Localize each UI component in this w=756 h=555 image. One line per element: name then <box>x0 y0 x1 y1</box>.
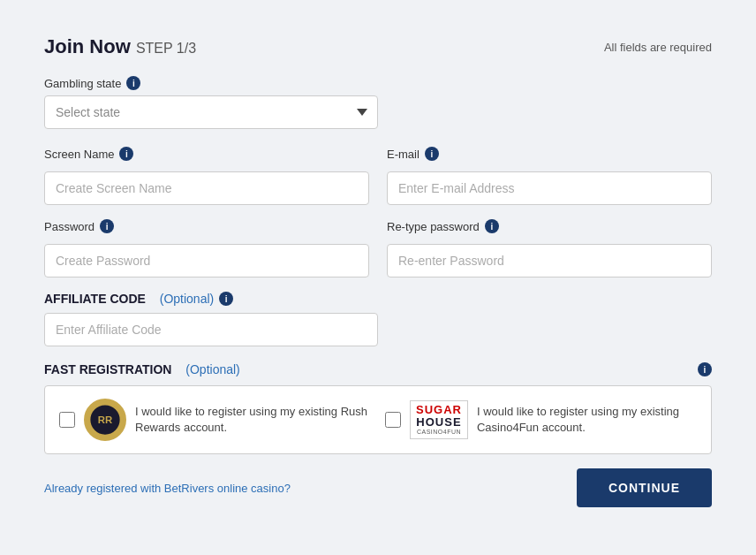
fast-registration-box: RR I would like to register using my exi… <box>44 385 712 454</box>
sugar-house-option: SUGAR HOUSE CASINO4FUN I would like to r… <box>385 399 697 441</box>
affiliate-section: AFFILIATE CODE (Optional) i <box>44 292 712 346</box>
already-registered-link[interactable]: Already registered with BetRivers online… <box>44 482 291 495</box>
screen-name-group: Screen Name i <box>44 147 369 205</box>
password-label: Password i <box>44 219 369 233</box>
form-container: Join Now STEP 1/3 All fields are require… <box>18 18 738 555</box>
sugar-house-checkbox[interactable] <box>385 412 401 428</box>
continue-button[interactable]: CONTINUE <box>577 468 712 507</box>
email-label: E-mail i <box>387 147 712 161</box>
svg-text:RR: RR <box>98 414 112 425</box>
page-title: Join Now STEP 1/3 <box>44 35 196 58</box>
email-info-icon[interactable]: i <box>425 147 439 161</box>
fast-registration-section: FAST REGISTRATION (Optional) i RR I woul… <box>44 362 712 454</box>
required-note: All fields are required <box>604 41 712 54</box>
rush-rewards-option: RR I would like to register using my exi… <box>59 399 371 441</box>
fast-reg-info-icon[interactable]: i <box>698 362 712 376</box>
state-select[interactable]: Select state New Jersey Pennsylvania Ill… <box>44 95 378 129</box>
gambling-state-label: Gambling state i <box>44 76 712 90</box>
sugar-house-text: I would like to register using my existi… <box>477 404 697 436</box>
rush-rewards-checkbox[interactable] <box>59 412 75 428</box>
retype-password-label: Re-type password i <box>387 219 712 233</box>
password-input[interactable] <box>44 244 369 278</box>
gambling-state-section: Gambling state i Select state New Jersey… <box>44 76 712 129</box>
screen-name-info-icon[interactable]: i <box>119 147 133 161</box>
header-row: Join Now STEP 1/3 All fields are require… <box>44 35 712 58</box>
password-info-icon[interactable]: i <box>100 219 114 233</box>
retype-password-group: Re-type password i <box>387 219 712 278</box>
fast-registration-title: FAST REGISTRATION (Optional) i <box>44 362 712 376</box>
password-group: Password i <box>44 219 369 278</box>
email-input[interactable] <box>387 171 712 205</box>
affiliate-info-icon[interactable]: i <box>219 292 233 306</box>
screen-name-input[interactable] <box>44 171 369 205</box>
sugar-house-logo: SUGAR HOUSE CASINO4FUN <box>410 400 468 439</box>
password-row: Password i Re-type password i <box>44 219 712 278</box>
email-group: E-mail i <box>387 147 712 205</box>
step-label: STEP 1/3 <box>136 41 196 56</box>
footer-row: Already registered with BetRivers online… <box>44 468 712 507</box>
retype-password-input[interactable] <box>387 244 712 278</box>
fast-reg-title-left: FAST REGISTRATION (Optional) <box>44 362 240 376</box>
state-dropdown-wrapper: Select state New Jersey Pennsylvania Ill… <box>44 95 378 129</box>
gambling-state-info-icon[interactable]: i <box>126 76 140 90</box>
rush-rewards-text: I would like to register using my existi… <box>135 404 371 436</box>
screen-name-label: Screen Name i <box>44 147 369 161</box>
rush-rewards-logo: RR <box>84 399 126 441</box>
affiliate-code-input[interactable] <box>44 313 378 346</box>
retype-password-info-icon[interactable]: i <box>485 219 499 233</box>
screen-name-email-row: Screen Name i E-mail i <box>44 147 712 205</box>
affiliate-title: AFFILIATE CODE (Optional) i <box>44 292 712 306</box>
